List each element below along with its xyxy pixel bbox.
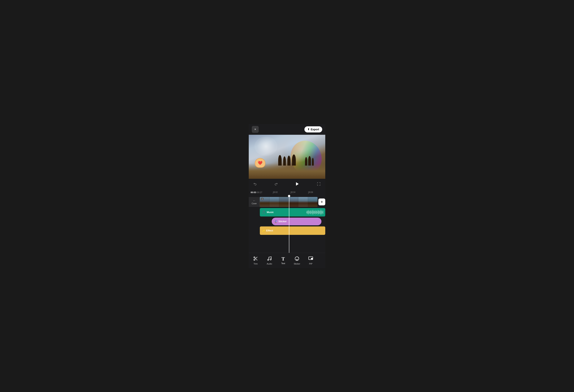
wave-bar-18 bbox=[316, 211, 316, 214]
wave-bar-25 bbox=[320, 210, 321, 214]
frame-2 bbox=[269, 197, 279, 207]
video-preview: ❤️ bbox=[249, 135, 325, 179]
sticker-track[interactable]: 🔮 Sticker bbox=[272, 218, 321, 225]
wave-bar-22 bbox=[318, 211, 319, 214]
person-2 bbox=[283, 156, 286, 165]
current-time-display: 00:03 bbox=[251, 191, 256, 193]
playhead-head bbox=[288, 195, 290, 197]
audio-icon bbox=[267, 256, 272, 262]
time-marker-2: 00:04 bbox=[291, 191, 295, 193]
music-track[interactable]: 🎵 Music bbox=[260, 208, 325, 216]
wave-bar-21 bbox=[318, 210, 318, 215]
time-separator: / bbox=[256, 191, 257, 193]
cover-label: Cover bbox=[252, 203, 257, 205]
undo-button[interactable] bbox=[252, 181, 259, 187]
wave-bar-6 bbox=[309, 211, 309, 213]
wave-bar-30 bbox=[323, 210, 323, 214]
trim-tool[interactable]: Trim bbox=[249, 253, 263, 268]
tick-dot-3 bbox=[308, 193, 309, 194]
timeline-ruler: 00:03 / 00:27 00:02 00:04 00:06 bbox=[249, 189, 325, 195]
wave-bar-15 bbox=[314, 211, 315, 214]
frame-4 bbox=[289, 197, 298, 207]
sticker-tool-icon bbox=[294, 256, 299, 262]
wave-bar-20 bbox=[317, 211, 318, 213]
pip-label: PIP bbox=[309, 263, 312, 265]
sticker-tool[interactable]: Sticker bbox=[290, 253, 304, 268]
close-button[interactable]: × bbox=[252, 126, 259, 133]
wave-bar-24 bbox=[320, 211, 320, 213]
cover-thumbnail[interactable]: ← Cover bbox=[249, 197, 260, 207]
timeline-wrapper: ← Cover 1 + bbox=[249, 195, 325, 253]
frame-5 bbox=[298, 197, 308, 207]
sticker-track-wrapper: 🔮 Sticker bbox=[260, 218, 325, 225]
effect-track[interactable]: ✨ Effect bbox=[260, 227, 325, 235]
wave-bar-26 bbox=[321, 210, 321, 215]
svg-marker-0 bbox=[296, 182, 299, 186]
video-track-number: 1 bbox=[261, 198, 264, 200]
person-1 bbox=[278, 155, 282, 165]
wave-bar-2 bbox=[307, 210, 307, 214]
wave-bar-14 bbox=[314, 210, 314, 214]
people-silhouettes bbox=[278, 154, 296, 165]
sticker-track-label: Sticker bbox=[278, 220, 287, 223]
wave-bar-7 bbox=[310, 210, 310, 214]
person-right-2 bbox=[308, 156, 311, 165]
svg-point-4 bbox=[270, 259, 271, 260]
frame-6 bbox=[308, 197, 318, 207]
add-clip-button[interactable]: + bbox=[318, 199, 325, 205]
video-frames bbox=[260, 197, 318, 207]
timeline-area: ← Cover 1 + bbox=[249, 195, 325, 253]
svg-point-3 bbox=[267, 259, 269, 261]
person-right-3 bbox=[312, 158, 314, 165]
wave-bar-5 bbox=[309, 211, 309, 214]
video-track[interactable]: 1 bbox=[260, 197, 318, 207]
svg-rect-7 bbox=[311, 258, 313, 259]
wave-bar-17 bbox=[315, 210, 316, 214]
trim-icon bbox=[253, 256, 258, 262]
sticker-heart: ❤️ bbox=[255, 158, 265, 168]
pip-tool[interactable]: PIP bbox=[304, 253, 318, 268]
tick-dot-1 bbox=[273, 193, 273, 194]
effect-track-icon: ✨ bbox=[262, 229, 265, 232]
sticker-track-icon: 🔮 bbox=[274, 220, 277, 223]
top-bar: × ⬆ Export bbox=[249, 124, 325, 135]
video-track-row: ← Cover 1 + bbox=[249, 197, 325, 207]
wave-bar-29 bbox=[322, 211, 323, 213]
audio-label: Audio bbox=[267, 263, 272, 265]
wave-bar-3 bbox=[308, 211, 308, 213]
redo-button[interactable] bbox=[272, 181, 279, 187]
wave-bar-13 bbox=[313, 211, 314, 213]
text-icon: T bbox=[282, 256, 285, 262]
wave-bar-9 bbox=[311, 210, 311, 214]
wave-bar-23 bbox=[319, 210, 319, 214]
text-tool[interactable]: T Text bbox=[276, 253, 290, 268]
cover-back-icon: ← bbox=[253, 199, 256, 202]
playhead bbox=[289, 195, 289, 253]
play-button[interactable] bbox=[293, 180, 302, 188]
svg-point-2 bbox=[254, 259, 255, 261]
wave-bar-28 bbox=[322, 210, 322, 214]
trim-label: Trim bbox=[253, 263, 258, 265]
bottom-toolbar: Trim Audio T Text bbox=[249, 253, 325, 268]
person-3 bbox=[287, 156, 290, 165]
wave-bar-11 bbox=[312, 210, 312, 214]
wave-bar-4 bbox=[308, 210, 308, 215]
wave-bar-12 bbox=[313, 210, 313, 215]
people-right-group bbox=[305, 156, 314, 165]
controls-area bbox=[249, 179, 325, 189]
fullscreen-button[interactable] bbox=[315, 181, 322, 187]
video-background: ❤️ bbox=[249, 135, 325, 179]
frame-3 bbox=[279, 197, 289, 207]
time-marker-3: 00:06 bbox=[308, 191, 313, 193]
wave-bar-1 bbox=[306, 211, 307, 213]
export-button[interactable]: ⬆ Export bbox=[304, 126, 322, 132]
tick-dot-2 bbox=[291, 193, 291, 194]
bokeh-light-left bbox=[254, 137, 277, 156]
wave-bar-16 bbox=[315, 211, 315, 213]
effect-track-label: Effect bbox=[266, 229, 273, 232]
export-icon: ⬆ bbox=[308, 128, 309, 131]
audio-tool[interactable]: Audio bbox=[263, 253, 276, 268]
wave-bar-8 bbox=[310, 211, 311, 214]
wave-bar-10 bbox=[311, 211, 312, 213]
text-label: Text bbox=[281, 262, 285, 265]
